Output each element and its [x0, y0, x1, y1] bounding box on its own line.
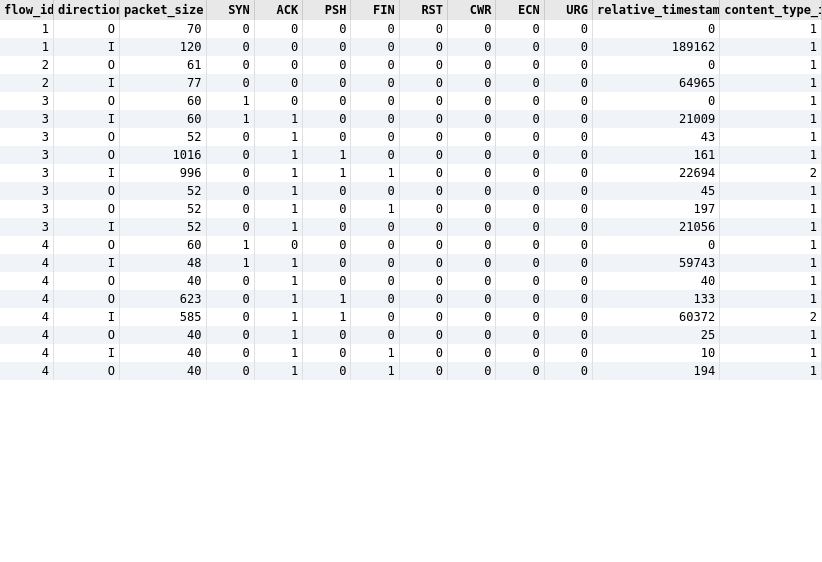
table-cell: 60 — [120, 110, 206, 128]
table-cell: 2 — [720, 164, 822, 182]
table-cell: 3 — [0, 146, 53, 164]
table-cell: 43 — [593, 128, 720, 146]
table-cell: 0 — [206, 200, 254, 218]
table-cell: 1 — [254, 128, 302, 146]
column-header-direction: direction — [53, 0, 119, 20]
table-cell: 0 — [206, 326, 254, 344]
table-header: flow_iddirectionpacket_sizeSYNACKPSHFINR… — [0, 0, 822, 20]
table-cell: 0 — [448, 218, 496, 236]
table-cell: I — [53, 38, 119, 56]
table-cell: 0 — [448, 110, 496, 128]
table-cell: 0 — [351, 326, 399, 344]
table-row: 3I6011000000210091 — [0, 110, 822, 128]
table-cell: 1 — [720, 146, 822, 164]
table-cell: 1 — [720, 20, 822, 38]
table-cell: 0 — [303, 362, 351, 380]
table-cell: 0 — [399, 308, 447, 326]
table-cell: 0 — [254, 74, 302, 92]
table-cell: 0 — [544, 92, 592, 110]
table-cell: 61 — [120, 56, 206, 74]
table-cell: 0 — [399, 128, 447, 146]
table-cell: 60372 — [593, 308, 720, 326]
table-cell: 3 — [0, 200, 53, 218]
table-cell: 0 — [351, 56, 399, 74]
table-cell: 0 — [496, 20, 544, 38]
table-cell: 0 — [399, 254, 447, 272]
table-cell: 585 — [120, 308, 206, 326]
table-cell: 0 — [254, 38, 302, 56]
table-cell: 0 — [399, 74, 447, 92]
table-cell: 1 — [206, 92, 254, 110]
table-cell: 0 — [206, 308, 254, 326]
table-cell: 64965 — [593, 74, 720, 92]
table-cell: O — [53, 200, 119, 218]
table-cell: 0 — [448, 236, 496, 254]
table-cell: 0 — [303, 110, 351, 128]
table-cell: 0 — [254, 20, 302, 38]
table-row: 3O1016011000001611 — [0, 146, 822, 164]
column-header-flow_id: flow_id — [0, 0, 53, 20]
table-cell: 1 — [303, 146, 351, 164]
table-cell: 0 — [351, 272, 399, 290]
table-cell: 0 — [206, 128, 254, 146]
table-cell: 40 — [120, 326, 206, 344]
table-cell: 197 — [593, 200, 720, 218]
table-cell: 1 — [254, 146, 302, 164]
column-header-packet_size: packet_size — [120, 0, 206, 20]
table-cell: 0 — [448, 326, 496, 344]
table-cell: 0 — [399, 146, 447, 164]
table-cell: 1 — [254, 218, 302, 236]
table-cell: 133 — [593, 290, 720, 308]
table-cell: 0 — [351, 38, 399, 56]
table-cell: 0 — [448, 164, 496, 182]
table-cell: 1 — [303, 290, 351, 308]
table-cell: 48 — [120, 254, 206, 272]
table-cell: 0 — [544, 146, 592, 164]
table-cell: 0 — [303, 254, 351, 272]
table-cell: 996 — [120, 164, 206, 182]
table-row: 3O52010100001971 — [0, 200, 822, 218]
table-cell: 60 — [120, 236, 206, 254]
table-cell: O — [53, 236, 119, 254]
table-cell: 0 — [399, 92, 447, 110]
table-cell: 1 — [254, 110, 302, 128]
table-cell: 0 — [206, 74, 254, 92]
table-cell: O — [53, 290, 119, 308]
table-cell: 0 — [496, 326, 544, 344]
table-cell: 1 — [720, 344, 822, 362]
table-cell: 70 — [120, 20, 206, 38]
table-cell: 0 — [496, 290, 544, 308]
table-cell: 1 — [254, 290, 302, 308]
table-cell: 0 — [496, 38, 544, 56]
table-cell: 0 — [206, 164, 254, 182]
table-cell: 0 — [448, 200, 496, 218]
table-cell: 0 — [351, 218, 399, 236]
table-cell: 0 — [496, 74, 544, 92]
table-cell: 0 — [448, 74, 496, 92]
table-cell: 0 — [351, 236, 399, 254]
table-cell: 0 — [448, 182, 496, 200]
table-cell: 1 — [720, 200, 822, 218]
table-cell: 0 — [206, 38, 254, 56]
table-cell: 59743 — [593, 254, 720, 272]
table-row: 3O5201000000431 — [0, 128, 822, 146]
table-cell: 1 — [206, 236, 254, 254]
table-cell: 40 — [593, 272, 720, 290]
table-cell: 0 — [206, 20, 254, 38]
table-cell: I — [53, 164, 119, 182]
table-cell: 0 — [303, 56, 351, 74]
table-row: 4I4811000000597431 — [0, 254, 822, 272]
table-cell: 40 — [120, 272, 206, 290]
table-cell: 1 — [206, 110, 254, 128]
table-cell: 0 — [351, 74, 399, 92]
table-cell: 0 — [448, 38, 496, 56]
table-cell: I — [53, 308, 119, 326]
table-body: 1O7000000000011I1200000000018916212O6100… — [0, 20, 822, 380]
table-cell: 0 — [448, 146, 496, 164]
table-cell: 0 — [496, 146, 544, 164]
table-cell: 0 — [351, 110, 399, 128]
table-cell: 0 — [544, 74, 592, 92]
table-cell: 1 — [351, 344, 399, 362]
table-cell: 1 — [720, 110, 822, 128]
table-cell: 21009 — [593, 110, 720, 128]
